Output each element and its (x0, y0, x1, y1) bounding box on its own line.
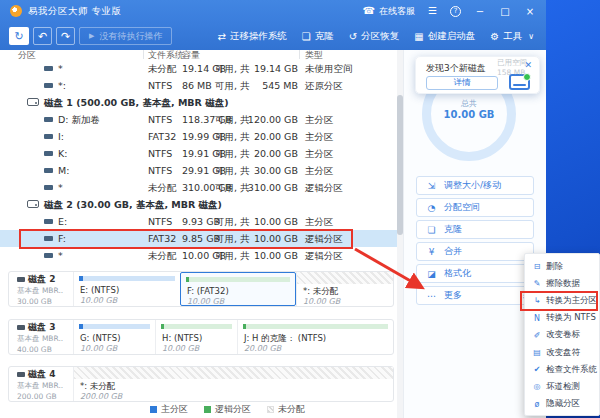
screen: 易我分区大师 专业版 ☎ 在线客服 ☰ ? − □ × ↻ ↶ ↷ ▶ 没有待执… (0, 0, 600, 418)
table-row[interactable]: E: NTFS 9.93 GB 可用, 共 10.00 GB 主分区 (0, 213, 397, 230)
diskmap-disk4: 磁盘 4 基本盘 MBR.. 200.00 GB *: 未分配 200.00 G… (8, 366, 394, 402)
clone-button[interactable]: ❏ 克隆 (302, 30, 334, 43)
clone-icon: ❏ (302, 31, 311, 42)
format-button[interactable]: ◪ 格式化 (416, 264, 534, 283)
menu-icon[interactable]: ☰ (428, 6, 437, 16)
maximize-button[interactable]: □ (499, 6, 511, 17)
partition-block-e[interactable]: E: (NTFS) 10.00 GB (73, 272, 180, 306)
disk-label[interactable]: 磁盘 2 基本盘 MBR.. 30.00 GB (17, 275, 72, 305)
refresh-button[interactable]: ↻ (9, 27, 29, 45)
menu-item-delete[interactable]: ⊟ 删除 (525, 258, 599, 275)
usage-used: 已用空间 158 MB (497, 58, 527, 78)
bootable-media-label: 创建启动盘 (428, 30, 476, 43)
tools-label: 工具 (503, 30, 522, 43)
close-button[interactable]: × (524, 6, 536, 17)
hatch-pattern (74, 367, 393, 379)
table-row[interactable]: *: NTFS 86 MB 可用, 共 545 MB 还原分区 (0, 77, 397, 94)
menu-item-hide-partition[interactable]: ø 隐藏分区 (525, 396, 599, 413)
allocate-space-button[interactable]: ◔ 分配空间 (416, 198, 534, 217)
popup-title: 发现3个新磁盘 (426, 62, 486, 75)
menu-item-check-filesystem[interactable]: ✔ 检查文件系统 (525, 361, 599, 378)
diskmap-disk3: 磁盘 3 基本盘 MBR.. 40.00 GB G: (NTFS) 10.00 … (8, 319, 394, 355)
hide-partition-icon: ø (532, 400, 542, 409)
menu-item-convert-ntfs[interactable]: N 转换为 NTFS (525, 310, 599, 327)
partition-icon (44, 83, 53, 88)
table-row[interactable]: * 未分配 310.00 GB 可用, 共 310.00 GB 逻辑分区 (0, 179, 397, 196)
disk-icon (27, 98, 39, 106)
partition-recovery-icon: ↺ (349, 31, 357, 42)
chevron-down-icon: ∨ (528, 32, 534, 41)
partition-icon (44, 219, 53, 224)
more-button[interactable]: ⋯ 更多 › (416, 286, 534, 305)
disk-label[interactable]: 磁盘 3 基本盘 MBR.. 40.00 GB (17, 323, 72, 353)
table-row[interactable]: I: FAT32 19.99 GB 可用, 共 20.00 GB 主分区 (0, 128, 397, 145)
check-filesystem-icon: ✔ (532, 365, 542, 374)
partition-icon (44, 66, 53, 71)
tools-icon: ⚙ (490, 31, 499, 42)
pending-operations-label: 没有待执行操作 (99, 30, 162, 43)
unallocated-block[interactable]: *: 未分配 10.00 GB (296, 272, 393, 306)
partition-icon (44, 168, 53, 173)
titlebar: 易我分区大师 专业版 ☎ 在线客服 ☰ ? − □ × (0, 0, 546, 22)
table-row[interactable]: * 未分配 10.00 GB 可用, 共 10.00 GB 逻辑分区 (0, 247, 397, 264)
partition-block-h[interactable]: H: (NTFS) 10.00 GB (155, 320, 237, 354)
convert-ntfs-icon: N (532, 314, 542, 323)
disk-dash-icon (17, 277, 25, 282)
clone-icon: ❏ (426, 225, 437, 235)
partition-block-g[interactable]: G: (NTFS) 10.00 GB (73, 320, 155, 354)
redo-button[interactable]: ↷ (56, 27, 75, 45)
trash-icon: ⊟ (532, 262, 542, 271)
help-icon[interactable]: ? (450, 6, 461, 17)
scrollbar-thumb[interactable] (397, 95, 403, 235)
partition-recovery-button[interactable]: ↺ 分区恢复 (349, 30, 399, 43)
partition-block-f-selected[interactable]: F: (FAT32) 10.00 GB (180, 272, 296, 306)
partition-table: * 未分配 19.14 GB 可用, 共 19.14 GB 未使用空间 *: N… (0, 60, 397, 264)
primary-legend-icon (150, 406, 157, 413)
migrate-os-button[interactable]: ⇄ 迁移操作系统 (217, 30, 286, 43)
app-logo-icon (10, 5, 22, 17)
table-row-selected[interactable]: F: FAT32 9.85 GB 可用, 共 10.00 GB 逻辑分区 (0, 230, 397, 247)
menu-item-convert-primary[interactable]: ↳ 转换为主分区 (525, 292, 599, 309)
disk-group-row[interactable]: 磁盘 1 (500.00 GB, 基本盘, MBR 磁盘) (0, 94, 397, 111)
popup-detail-button[interactable]: 详情 (426, 76, 498, 90)
execute-operations-button[interactable]: ▶ 没有待执行操作 (79, 27, 172, 45)
online-support-button[interactable]: ☎ 在线客服 (363, 5, 415, 18)
volume-label-icon: ✐ (532, 331, 542, 340)
migrate-os-icon: ⇄ (217, 31, 225, 42)
more-submenu: ⊟ 删除 ✎ 擦除数据 ↳ 转换为主分区 N 转换为 NTFS ✐ 改变卷标 ▤… (524, 253, 600, 416)
online-support-label: 在线客服 (379, 5, 415, 18)
menu-item-erase-data[interactable]: ✎ 擦除数据 (525, 275, 599, 292)
partition-recovery-label: 分区恢复 (361, 30, 399, 43)
migrate-os-label: 迁移操作系统 (230, 30, 287, 43)
tools-button[interactable]: ⚙ 工具 ∨ (490, 30, 534, 43)
resize-move-button[interactable]: ⇲ 调整大小/移动 (416, 176, 534, 195)
table-row[interactable]: K: NTFS 19.91 GB 可用, 共 20.00 GB 主分区 (0, 145, 397, 162)
table-row[interactable]: D: 新加卷 NTFS 118.37 GB 可用, 共 120.00 GB 主分… (0, 111, 397, 128)
menu-item-bad-sector[interactable]: ◎ 坏道检测 (525, 378, 599, 395)
menu-item-change-letter[interactable]: ▤ 改变盘符 (525, 344, 599, 361)
menu-item-change-label[interactable]: ✐ 改变卷标 (525, 327, 599, 344)
bootable-media-button[interactable]: ▦ 创建启动盘 (414, 30, 475, 43)
merge-button[interactable]: ¥ 合并 (416, 242, 534, 261)
scrollbar[interactable] (397, 50, 403, 418)
partition-block-j[interactable]: J: H 的克隆： (NTFS) 20.00 GB (237, 320, 393, 354)
bootable-media-icon: ▦ (414, 31, 423, 42)
disk-label[interactable]: 磁盘 4 基本盘 MBR.. 200.00 GB (17, 370, 72, 400)
minimize-button[interactable]: − (474, 6, 486, 17)
logical-legend-icon (204, 406, 211, 413)
hatch-pattern (297, 272, 393, 284)
table-row[interactable]: * 未分配 19.14 GB 可用, 共 19.14 GB 未使用空间 (0, 60, 397, 77)
clone-partition-button[interactable]: ❏ 克隆 (416, 220, 534, 239)
partition-icon (44, 236, 53, 241)
window-title: 易我分区大师 专业版 (28, 5, 122, 18)
toolbar: ↻ ↶ ↷ ▶ 没有待执行操作 ⇄ 迁移操作系统 ❏ 克隆 ↺ 分区恢复 (0, 22, 546, 50)
undo-button[interactable]: ↶ (33, 27, 52, 45)
erase-data-icon: ✎ (532, 279, 542, 288)
disk-dash-icon (17, 325, 25, 330)
disk-group-row[interactable]: 磁盘 2 (30.00 GB, 基本盘, MBR 磁盘) (0, 196, 397, 213)
unallocated-legend-icon (267, 406, 274, 413)
format-icon: ◪ (426, 269, 437, 279)
play-icon: ▶ (89, 32, 94, 40)
table-row[interactable]: M: NTFS 29.91 GB 可用, 共 30.00 GB 主分区 (0, 162, 397, 179)
unallocated-block[interactable]: *: 未分配 200.00 GB (73, 367, 393, 401)
